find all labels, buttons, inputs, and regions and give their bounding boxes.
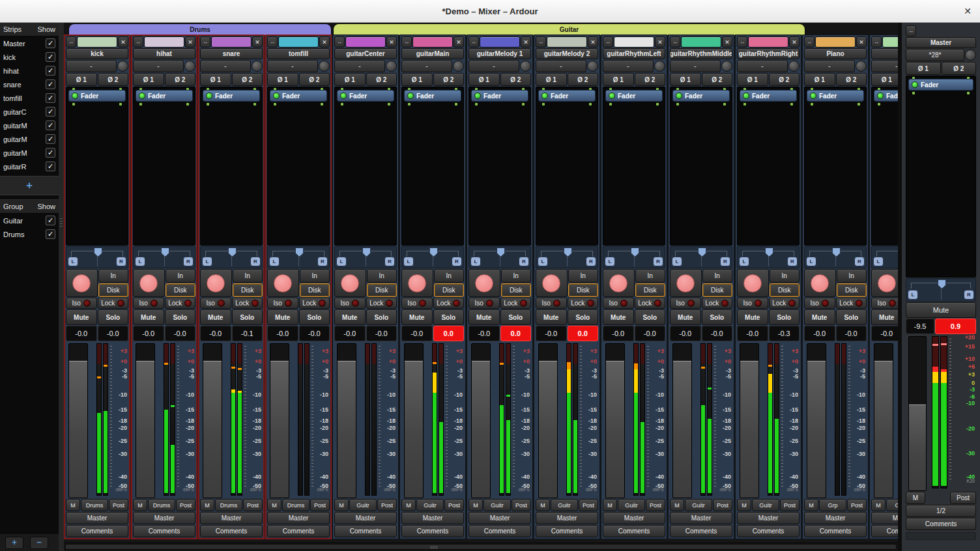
show-checkbox[interactable]: ✓ <box>46 216 55 225</box>
solo-button[interactable]: Solo <box>836 309 867 325</box>
sidebar-group-item[interactable]: Drums ✓ <box>0 227 59 241</box>
processor-box[interactable]: Fader <box>267 87 330 246</box>
monitor-disk-button[interactable]: Disk <box>501 283 532 297</box>
phase-1-button[interactable]: Ø 1 <box>536 73 567 86</box>
strip-name-button[interactable]: tomfill <box>267 48 330 59</box>
phase-1-button[interactable]: Ø 1 <box>737 73 768 86</box>
strip-width-toggle-icon[interactable]: ↔ <box>401 36 412 48</box>
solo-isolate-button[interactable]: Iso <box>200 298 231 309</box>
phase-1-button[interactable]: Ø 1 <box>401 73 433 86</box>
strip-width-toggle-icon[interactable]: ↔ <box>804 36 814 48</box>
output-button[interactable]: Master <box>737 512 800 524</box>
group-button[interactable]: Drums <box>81 499 108 511</box>
fader-handle[interactable] <box>539 361 557 498</box>
input-button[interactable]: - <box>66 60 117 72</box>
meter-point-button[interactable]: M <box>804 499 818 511</box>
output-button[interactable]: Master <box>804 512 867 524</box>
peak-display[interactable]: -0.0 <box>836 326 867 341</box>
group-button[interactable]: Drums <box>215 499 242 511</box>
pan-left-button[interactable]: L <box>873 257 884 266</box>
phase-2-button[interactable]: Ø 2 <box>433 73 465 86</box>
trim-knob[interactable] <box>520 61 531 72</box>
meter-type-button[interactable]: Post <box>847 499 867 511</box>
processor-box[interactable]: Fader <box>536 87 598 246</box>
group-button[interactable]: Guitr <box>618 499 645 511</box>
strip-name-button[interactable]: guitarMain <box>401 48 464 59</box>
pan-right-button[interactable]: R <box>317 257 328 266</box>
meter-type-button[interactable]: Post <box>579 499 598 511</box>
group-button[interactable]: Guitr <box>349 499 377 511</box>
output-button[interactable]: Master <box>871 512 898 524</box>
sidebar-strip-item[interactable]: snare ✓ <box>0 78 59 91</box>
fader-processor-entry[interactable]: Fader <box>740 90 797 102</box>
sidebar-strip-item[interactable]: guitarC ✓ <box>0 105 59 119</box>
gain-display[interactable]: -0.0 <box>133 326 164 341</box>
phase-2-button[interactable]: Ø 2 <box>568 73 599 86</box>
meter-type-button[interactable]: Post <box>950 492 976 504</box>
group-button[interactable]: Drums <box>148 499 175 511</box>
meter-type-button[interactable]: Post <box>109 499 128 511</box>
gain-display[interactable]: -9.5 <box>906 318 934 334</box>
monitor-input-button[interactable]: In <box>568 269 599 283</box>
meter-point-button[interactable]: M <box>66 499 80 511</box>
fader-handle[interactable] <box>606 361 624 498</box>
processor-box[interactable]: Fader <box>200 87 263 246</box>
strip-width-toggle-icon[interactable]: ↔ <box>871 36 882 48</box>
strip-hide-icon[interactable]: ✕ <box>386 36 397 48</box>
gain-fader[interactable] <box>605 343 625 498</box>
phase-1-button[interactable]: Ø 1 <box>200 73 231 86</box>
meter-point-button[interactable]: M <box>670 499 684 511</box>
fader-processor-entry[interactable]: Fader <box>270 90 327 102</box>
fader-handle[interactable] <box>909 404 926 490</box>
comments-button[interactable]: Comments <box>804 525 867 537</box>
fader-handle[interactable] <box>673 361 691 498</box>
strip-width-toggle-icon[interactable]: ↔ <box>66 36 76 48</box>
input-button[interactable]: - <box>468 60 519 72</box>
input-button[interactable]: - <box>603 60 654 72</box>
processor-box[interactable]: Fader <box>670 87 732 246</box>
trim-knob[interactable] <box>965 49 976 61</box>
strip-hide-icon[interactable]: ✕ <box>319 36 330 48</box>
strip-color-bar[interactable] <box>815 36 856 48</box>
phase-1-button[interactable]: Ø 1 <box>468 73 500 86</box>
pan-left-button[interactable]: L <box>672 257 682 266</box>
comments-button[interactable]: Comments <box>66 525 128 537</box>
phase-1-button[interactable]: Ø 1 <box>804 73 835 86</box>
gain-fader[interactable] <box>404 343 424 498</box>
record-arm-button[interactable] <box>603 269 635 297</box>
group-button[interactable]: Guitr <box>483 499 511 511</box>
fader-handle[interactable] <box>270 361 289 498</box>
fader-handle[interactable] <box>405 361 423 498</box>
solo-lock-button[interactable]: Lock <box>299 298 330 309</box>
solo-isolate-button[interactable]: Iso <box>334 298 366 309</box>
comments-button[interactable]: Comments <box>536 525 598 537</box>
gain-fader[interactable] <box>908 336 927 491</box>
sidebar-strip-item[interactable]: guitarR ✓ <box>0 160 59 173</box>
trim-knob[interactable] <box>252 61 263 72</box>
solo-lock-button[interactable]: Lock <box>635 298 666 309</box>
gain-display[interactable]: -0.0 <box>804 326 835 341</box>
input-button[interactable]: - <box>871 60 898 72</box>
strip-width-toggle-icon[interactable]: ↔ <box>737 36 747 48</box>
monitor-disk-button[interactable]: Disk <box>568 283 599 297</box>
strip-color-bar[interactable] <box>77 36 117 48</box>
processor-active-led[interactable] <box>139 92 145 99</box>
fader-processor-entry[interactable]: Fader <box>68 90 126 102</box>
group-button[interactable]: Guitr <box>551 499 578 511</box>
processor-box[interactable]: Fader <box>603 87 665 246</box>
show-checkbox[interactable]: ✓ <box>46 162 55 171</box>
master-name-button[interactable]: Master <box>906 37 976 48</box>
meter-point-button[interactable]: M <box>401 499 416 511</box>
meter-point-button[interactable]: M <box>133 499 147 511</box>
phase-2-button[interactable]: Ø 2 <box>942 62 977 75</box>
phase-2-button[interactable]: Ø 2 <box>366 73 397 86</box>
mute-button[interactable]: Mute <box>468 309 500 325</box>
mute-button[interactable]: Mute <box>334 309 366 325</box>
strip-name-button[interactable]: guitarCenter <box>334 48 397 59</box>
sidebar-strip-item[interactable]: guitarM ✓ <box>0 119 59 132</box>
strip-width-toggle-icon[interactable]: ↔ <box>906 25 916 36</box>
gain-fader[interactable] <box>337 343 356 498</box>
monitor-input-button[interactable]: In <box>300 269 330 283</box>
solo-button[interactable]: Solo <box>702 309 733 325</box>
processor-active-led[interactable] <box>609 92 615 99</box>
